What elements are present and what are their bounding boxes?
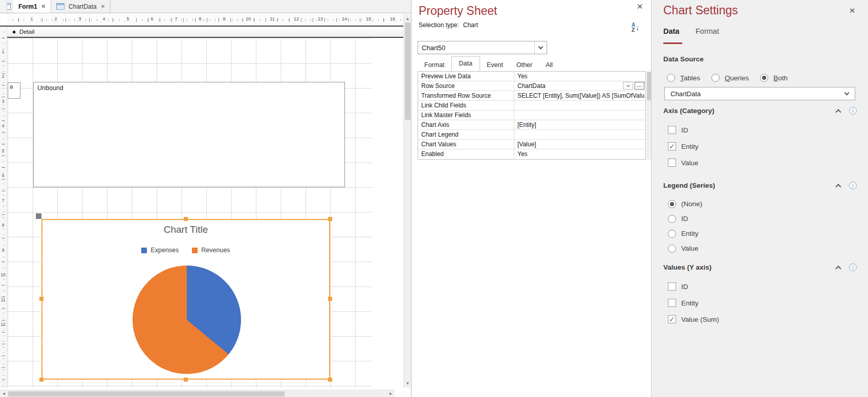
checkbox-icon[interactable] xyxy=(668,299,676,307)
resize-handle-bottom[interactable] xyxy=(184,378,188,382)
move-handle[interactable] xyxy=(36,213,41,219)
radio-icon[interactable] xyxy=(668,245,676,253)
property-row[interactable]: Enabled Yes xyxy=(418,149,645,159)
radio-queries[interactable]: Queries xyxy=(711,74,749,82)
radio-none[interactable]: (None) xyxy=(668,196,857,211)
radio-icon[interactable] xyxy=(668,215,676,223)
property-value[interactable]: Yes xyxy=(514,149,645,159)
property-value[interactable]: ChartData ... xyxy=(514,81,645,91)
detail-section-bar[interactable]: ◆ Detail xyxy=(0,27,403,37)
radio-tables[interactable]: Tables xyxy=(667,74,700,82)
property-row[interactable]: Chart Legend xyxy=(418,130,645,140)
radio-icon[interactable] xyxy=(760,74,768,82)
close-icon[interactable]: ✕ xyxy=(849,7,856,14)
vertical-scroll-thumb[interactable] xyxy=(405,23,410,120)
selection-type-label: Selection type: xyxy=(419,21,459,29)
resize-handle-bottom-left[interactable] xyxy=(39,378,44,382)
property-value[interactable]: SELECT [Entity], Sum([Value]) AS [SumOfV… xyxy=(514,91,645,100)
tab-form1[interactable]: Form1 ✕ xyxy=(13,0,51,13)
checkbox-value[interactable]: Value xyxy=(668,155,857,171)
resize-handle-top-right[interactable] xyxy=(328,217,332,221)
chevron-down-icon[interactable] xyxy=(534,41,547,54)
property-row[interactable]: Transformed Row Source SELECT [Entity], … xyxy=(418,91,645,101)
property-row[interactable]: Chart Values [Value] xyxy=(418,140,645,149)
horizontal-scroll-thumb[interactable] xyxy=(8,391,285,396)
ruler-number: 14 xyxy=(341,16,348,21)
tab-format[interactable]: Format xyxy=(418,59,451,71)
property-name: Chart Values xyxy=(418,140,514,149)
values-y-axis-section: Values (Y axis) i ID Entity Value (Sum) xyxy=(663,263,857,327)
resize-handle-right[interactable] xyxy=(328,297,332,301)
scroll-right-icon[interactable]: ► xyxy=(387,390,395,397)
property-value[interactable]: Yes xyxy=(514,72,645,81)
tab-other[interactable]: Other xyxy=(510,59,539,71)
property-value[interactable] xyxy=(514,111,645,120)
tab-data[interactable]: Data xyxy=(451,56,480,71)
property-value[interactable]: [Value] xyxy=(514,140,645,149)
ruler-number: 11 xyxy=(269,16,276,21)
checkbox-id[interactable]: ID xyxy=(668,278,857,295)
checkbox-icon[interactable] xyxy=(668,142,676,150)
tab-event[interactable]: Event xyxy=(480,59,510,71)
collapse-chevron-icon[interactable] xyxy=(835,184,841,189)
property-row[interactable]: Row Source ChartData ... xyxy=(418,81,645,91)
radio-both[interactable]: Both xyxy=(760,74,788,82)
property-row[interactable]: Link Child Fields xyxy=(418,101,645,111)
property-value[interactable] xyxy=(514,101,645,110)
scroll-up-icon[interactable]: ▲ xyxy=(404,15,411,23)
checkbox-id[interactable]: ID xyxy=(668,122,857,138)
radio-icon[interactable] xyxy=(711,74,720,82)
radio-entity[interactable]: Entity xyxy=(668,226,857,241)
close-icon[interactable]: ✕ xyxy=(101,4,105,9)
ruler-number: 8 xyxy=(1,223,6,228)
checkbox-entity[interactable]: Entity xyxy=(668,138,857,155)
property-name: Row Source xyxy=(418,81,514,91)
tab-data[interactable]: Data xyxy=(663,27,679,35)
ruler-number: 13 xyxy=(317,16,324,21)
radio-icon[interactable] xyxy=(668,200,676,208)
radio-value[interactable]: Value xyxy=(668,241,857,256)
collapse-chevron-icon[interactable] xyxy=(835,109,841,115)
property-value[interactable]: [Entity] xyxy=(514,120,645,129)
data-source-dropdown[interactable]: ChartData xyxy=(664,87,855,100)
property-name: Chart Legend xyxy=(418,130,514,139)
attached-label-control[interactable]: a xyxy=(8,82,20,99)
checkbox-icon[interactable] xyxy=(668,159,676,167)
resize-handle-top[interactable] xyxy=(184,217,188,221)
checkbox-icon[interactable] xyxy=(668,315,676,323)
ruler-number: 2 xyxy=(1,74,6,79)
scroll-down-icon[interactable]: ▼ xyxy=(404,380,411,387)
resize-handle-left[interactable] xyxy=(39,297,44,301)
vertical-scrollbar[interactable]: ▲ ▼ xyxy=(403,14,411,388)
close-icon[interactable]: ✕ xyxy=(637,3,643,10)
info-icon[interactable]: i xyxy=(849,263,857,271)
property-row[interactable]: Chart Axis [Entity] xyxy=(418,120,645,130)
checkbox-entity[interactable]: Entity xyxy=(668,295,857,311)
tab-chartdata[interactable]: ChartData ✕ xyxy=(51,0,111,13)
property-value[interactable] xyxy=(514,130,645,139)
info-icon[interactable]: i xyxy=(849,107,857,115)
ruler-number: 10 xyxy=(245,16,252,21)
checkbox-icon[interactable] xyxy=(668,282,676,291)
radio-icon[interactable] xyxy=(668,230,676,238)
chart-control[interactable]: Chart Title Expenses Revenues xyxy=(41,219,330,380)
collapse-chevron-icon[interactable] xyxy=(835,266,841,271)
tab-all[interactable]: All xyxy=(539,59,559,71)
horizontal-scrollbar[interactable]: ◄ ► xyxy=(0,390,395,397)
unbound-control[interactable]: Unbound xyxy=(33,82,345,187)
checkbox-value-sum[interactable]: Value (Sum) xyxy=(668,311,857,327)
sort-az-icon[interactable]: AZ ↓ xyxy=(632,23,639,33)
tab-format[interactable]: Format xyxy=(696,27,719,35)
close-icon[interactable]: ✕ xyxy=(41,4,46,9)
radio-id[interactable]: ID xyxy=(668,211,857,226)
scroll-left-icon[interactable]: ◄ xyxy=(0,390,8,397)
property-row[interactable]: Link Master Fields xyxy=(418,111,645,120)
radio-icon[interactable] xyxy=(667,74,675,82)
checkbox-icon[interactable] xyxy=(668,126,676,134)
row-source-dropdown-button[interactable] xyxy=(623,82,633,90)
info-icon[interactable]: i xyxy=(849,182,857,189)
row-source-builder-button[interactable]: ... xyxy=(635,82,644,90)
object-selector-combo[interactable]: Chart50 xyxy=(418,41,547,54)
resize-handle-bottom-right[interactable] xyxy=(328,378,332,382)
property-row[interactable]: Preview Live Data Yes xyxy=(418,72,645,81)
